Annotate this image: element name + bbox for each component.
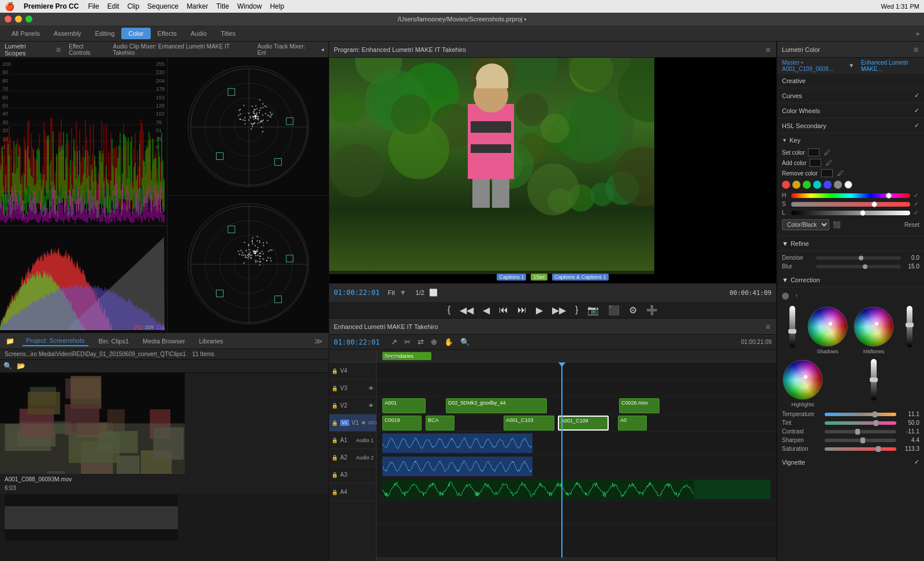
audio-clip-a3[interactable] xyxy=(382,480,770,499)
saturation-thumb[interactable] xyxy=(876,446,881,452)
h-check[interactable]: ✓ xyxy=(912,192,919,199)
saturation-slider[interactable] xyxy=(825,447,896,451)
color-black-dropdown[interactable]: Color/Black xyxy=(782,219,829,230)
correction-circle-icon[interactable] xyxy=(782,293,789,300)
hsl-secondary-section[interactable]: HSL Secondary ✓ xyxy=(777,118,924,133)
correction-section-header[interactable]: ▼ Correction xyxy=(777,273,924,287)
denoise-thumb[interactable] xyxy=(859,256,863,260)
track-lock-a1[interactable]: 🔒 xyxy=(331,437,338,443)
libraries-tab[interactable]: Libraries xyxy=(195,336,226,346)
dot-red[interactable] xyxy=(782,181,790,189)
timeline-menu-btn[interactable]: ≡ xyxy=(765,322,772,331)
dot-yellow[interactable] xyxy=(792,181,800,189)
apple-menu[interactable]: 🍎 xyxy=(5,2,14,11)
bin-tab[interactable]: Bin: Clips1 xyxy=(95,336,133,346)
timeline-scrollbar[interactable] xyxy=(377,558,776,561)
pb-export[interactable]: ⬛ xyxy=(605,304,623,317)
effect-controls-tab[interactable]: Effect Controls xyxy=(69,43,106,56)
denoise-slider[interactable] xyxy=(816,256,901,260)
project-search-icon[interactable]: 🔍 xyxy=(2,362,13,370)
tab-editing[interactable]: Editing xyxy=(88,28,122,39)
add-color-swatch[interactable] xyxy=(810,159,821,167)
set-color-swatch[interactable] xyxy=(808,148,819,156)
clip-a001c109-selected[interactable]: A001_C109 xyxy=(558,416,609,431)
monitor-menu-btn[interactable]: ≡ xyxy=(765,45,772,54)
track-lock-v3[interactable]: 🔒 xyxy=(331,386,338,391)
correction-arrow-icon[interactable]: ↑ xyxy=(793,292,799,300)
tl-tool-ripple[interactable]: ⊕ xyxy=(429,336,439,347)
tl-tool-hand[interactable]: ✋ xyxy=(442,336,456,347)
pb-step-forward[interactable]: ▶▶ xyxy=(549,304,569,317)
tl-tool-slip[interactable]: ⇄ xyxy=(415,336,426,347)
s-thumb[interactable] xyxy=(871,201,877,207)
track-eye-v1[interactable]: 👁 xyxy=(361,420,366,426)
traffic-lights[interactable] xyxy=(5,16,32,23)
track-lock-a2[interactable]: 🔒 xyxy=(331,455,338,461)
shadows-v-thumb[interactable] xyxy=(788,329,796,334)
menu-window[interactable]: Window xyxy=(237,2,262,10)
dot-green[interactable] xyxy=(803,181,811,189)
tint-thumb[interactable] xyxy=(874,420,878,426)
minimize-button[interactable] xyxy=(15,16,22,23)
pb-settings[interactable]: ⚙ xyxy=(625,304,640,317)
close-button[interactable] xyxy=(5,16,12,23)
project-menu-btn[interactable]: ≫ xyxy=(313,336,324,346)
project-folder-icon[interactable]: 📁 xyxy=(5,337,16,345)
add-color-eyedropper[interactable]: 🖊 xyxy=(825,159,833,166)
menu-help[interactable]: Help xyxy=(270,2,284,10)
midtones-v-slider[interactable] xyxy=(907,306,912,347)
pb-mark-in[interactable]: { xyxy=(444,304,454,316)
contrast-slider[interactable] xyxy=(825,430,896,433)
temperature-slider[interactable] xyxy=(825,413,896,416)
vignette-check[interactable]: ✓ xyxy=(914,458,919,466)
l-track[interactable] xyxy=(791,211,910,215)
track-eye-v3[interactable]: 👁 xyxy=(368,386,374,391)
pb-play[interactable]: ▶ xyxy=(532,304,546,317)
contrast-thumb[interactable] xyxy=(855,429,860,435)
clip-d02[interactable]: D02_5DMk3_goodby_44 xyxy=(446,398,547,413)
dot-cyan[interactable] xyxy=(813,181,821,189)
h-track[interactable] xyxy=(791,193,910,198)
highlights-v-thumb[interactable] xyxy=(870,377,878,382)
menu-edit[interactable]: Edit xyxy=(107,2,120,10)
audio-clip-mixer-tab[interactable]: Audio Clip Mixer: Enhanced Lumetri MAKE … xyxy=(113,43,251,56)
pb-step-back[interactable]: ◀◀ xyxy=(456,304,477,317)
media-browser-tab[interactable]: Media Browser xyxy=(139,336,188,346)
maximize-button[interactable] xyxy=(25,16,32,23)
remove-color-eyedropper[interactable]: 🖊 xyxy=(836,170,845,177)
temperature-thumb[interactable] xyxy=(873,412,877,417)
tab-assembly[interactable]: Assembly xyxy=(47,28,88,39)
scopes-menu-button[interactable]: ≡ xyxy=(55,45,62,54)
sharpen-thumb[interactable] xyxy=(860,437,865,443)
invert-icon[interactable]: ⬛ xyxy=(832,221,842,229)
color-wheels-section[interactable]: Color Wheels ✓ xyxy=(777,103,924,118)
tl-tool-razor[interactable]: ✂ xyxy=(402,336,413,347)
dot-gray[interactable] xyxy=(834,181,842,189)
monitor-fullscreen-icon[interactable]: ⬜ xyxy=(428,289,439,297)
tab-all-panels[interactable]: All Panels xyxy=(5,28,47,39)
refine-section-header[interactable]: ▼ Refine xyxy=(777,237,924,251)
pb-back-1[interactable]: ◀ xyxy=(479,304,493,317)
clip-c0026[interactable]: C0026.mov xyxy=(619,398,660,413)
panel-expand-btn[interactable]: ◂ xyxy=(321,46,324,53)
s-track[interactable] xyxy=(791,202,910,207)
set-color-eyedropper[interactable]: 🖊 xyxy=(823,149,832,156)
menu-sequence[interactable]: Sequence xyxy=(147,2,178,10)
playhead[interactable] xyxy=(561,362,562,558)
track-lock-v4[interactable]: 🔒 xyxy=(331,368,338,374)
audio-clip-a2[interactable] xyxy=(382,457,532,476)
sharpen-slider[interactable] xyxy=(825,439,896,442)
menu-file[interactable]: File xyxy=(88,2,99,10)
midtones-v-thumb[interactable] xyxy=(906,323,914,327)
midtones-wheel[interactable] xyxy=(853,306,895,347)
blur-thumb[interactable] xyxy=(863,264,867,269)
tab-effects[interactable]: Effects xyxy=(151,28,184,39)
tab-color[interactable]: Color xyxy=(121,28,150,39)
dot-blue[interactable] xyxy=(824,181,832,189)
tl-tool-zoom[interactable]: 🔍 xyxy=(458,336,472,347)
monitor-fit-dropdown[interactable]: ▼ xyxy=(398,289,408,297)
clip-a001c103[interactable]: A001_C103 xyxy=(504,416,554,431)
s-check[interactable]: ✓ xyxy=(912,201,919,207)
track-eye-v2[interactable]: 👁 xyxy=(368,403,374,409)
project-new-folder-icon[interactable]: 📂 xyxy=(16,362,27,370)
